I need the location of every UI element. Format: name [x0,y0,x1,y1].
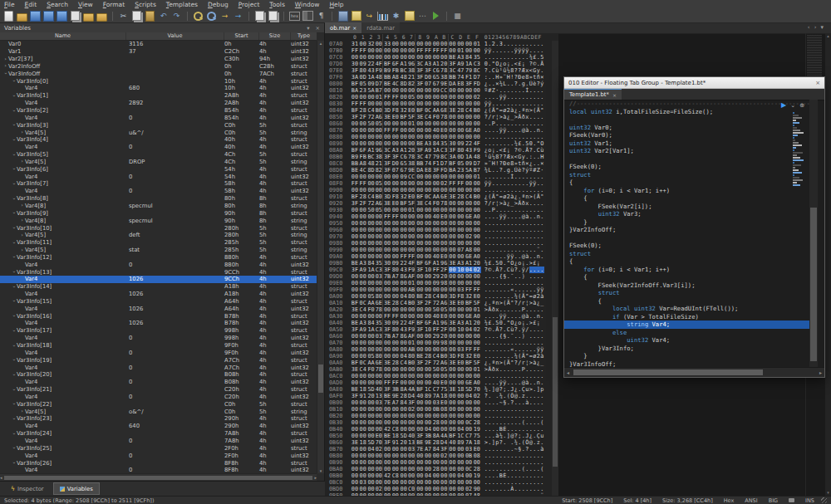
hex-byte[interactable]: 00 [416,472,424,479]
code-line[interactable] [569,155,824,164]
hex-byte[interactable]: 20 [473,320,481,326]
hex-byte[interactable]: FF [408,253,416,260]
hex-byte[interactable]: 04 [456,426,465,433]
hex-row[interactable]: 0B400000000042C800000004000000040019....… [325,426,558,433]
hex-byte[interactable]: 00 [424,87,432,94]
expander-icon[interactable]: › [11,240,17,246]
hex-byte[interactable]: 00 [391,413,400,419]
hex-byte[interactable]: 00 [424,280,432,286]
hex-byte[interactable]: 00 [351,120,359,127]
hex-byte[interactable]: 3F [440,446,449,453]
hex-byte[interactable]: 00 [367,419,376,426]
hex-byte[interactable]: 00 [400,379,408,386]
hex-byte[interactable]: A6 [440,360,449,366]
hex-byte[interactable]: 00 [416,54,424,61]
hex-row[interactable]: 07E03F8043F9B9FBBC383F3FC6783C47798C?.Cù… [325,67,558,74]
hex-byte[interactable]: 00 [416,187,424,193]
hex-byte[interactable]: 91 [391,439,400,446]
hex-byte[interactable]: 04 [400,353,408,360]
hex-byte[interactable]: 01 [456,47,465,54]
variable-row[interactable]: Var4058h4huint32 [0,188,317,195]
hex-byte[interactable]: 00 [416,87,424,94]
hex-byte[interactable]: 40 [432,379,440,386]
ascii-text[interactable]: ?/r¦>à¿_>Äðx.... [484,114,544,120]
hex-row[interactable]: 07A0310032003300000000000000000000011.2.… [325,41,558,47]
stop-icon[interactable]: ■ [452,11,463,22]
hex-byte[interactable]: 00 [391,353,400,360]
hex-byte[interactable]: 00 [383,466,391,472]
hex-byte[interactable]: 0D [359,74,367,81]
hex-byte[interactable]: 00 [432,41,440,47]
hex-byte[interactable]: 00 [465,426,473,433]
hex-byte[interactable]: 00 [416,134,424,140]
hex-byte[interactable]: 00 [351,253,359,260]
hex-row[interactable]: 0B7000000402000000037EA7843F000003E0....… [325,446,558,453]
hex-byte[interactable]: 00 [440,426,449,433]
variable-row[interactable]: Var428922A8h4huint32 [0,100,317,107]
code-vertical-scrollbar[interactable] [809,100,818,367]
hex-byte[interactable]: 05 [359,81,367,87]
hex-byte[interactable]: 00 [408,187,416,193]
hex-byte[interactable]: 00 [383,247,391,253]
hex-byte[interactable]: 18 [391,433,400,439]
hex-byte[interactable]: 00 [408,87,416,94]
tab-list-chevron-icon[interactable]: ▾ [820,24,824,31]
hex-byte[interactable]: 00 [367,227,376,233]
hex-byte[interactable]: C6 [432,67,440,74]
hex-byte[interactable]: 00 [351,446,359,453]
hex-row[interactable]: 0830FFFF0000000000000000000000000000ÿÿ..… [325,100,558,107]
hex-byte[interactable]: 5D [367,386,376,393]
hex-byte[interactable]: 3E [449,360,457,366]
hex-byte[interactable]: BF [416,260,424,267]
hex-byte[interactable]: C7 [465,433,473,439]
variable-row[interactable]: Var4040h4huint32 [0,144,317,151]
hex-byte[interactable]: 30 [383,320,391,326]
hex-byte[interactable]: 00 [465,366,473,373]
hex-byte[interactable]: 00 [408,47,416,54]
hex-row[interactable]: 0A900000058000000480BE28C4B03DF832E0....… [325,353,558,360]
hex-byte[interactable]: 05 [375,180,383,187]
variable-row[interactable]: ›Var3InfoOff0h7AChstruct [0,70,317,77]
undo-icon[interactable]: ↶ [158,11,169,22]
hex-byte[interactable]: C4 [367,107,376,114]
hex-byte[interactable]: 00 [375,233,383,240]
hex-byte[interactable]: 00 [473,280,481,286]
hex-byte[interactable]: 00 [359,459,367,466]
expander-icon[interactable]: › [11,343,17,349]
hex-byte[interactable]: 20 [440,61,449,67]
variable-row[interactable]: ›Var4[8]specmul90h8hstring [0,217,317,224]
hex-byte[interactable]: A0 [473,253,481,260]
hex-byte[interactable]: 00 [400,41,408,47]
close-icon[interactable]: × [815,80,820,86]
column-header-name[interactable]: Name [0,32,126,40]
hex-byte[interactable]: 00 [359,273,367,280]
hex-row[interactable]: 0B10000000000000000200000B0800000000....… [325,406,558,413]
jump-icon[interactable]: ↪ [364,11,375,22]
hex-byte[interactable]: 00 [408,379,416,386]
hex-byte[interactable]: BF [449,433,457,439]
variable-row[interactable]: Var408F8h4huint32 [0,467,317,473]
hex-byte[interactable]: 00 [359,140,367,147]
resize-grip[interactable] [821,497,827,503]
ascii-text[interactable]: ¿..×¾L..?.g.Úè?ý [484,81,544,87]
hex-byte[interactable]: 47 [424,154,432,160]
hex-byte[interactable]: 00 [440,486,449,492]
variable-row[interactable]: ›Var3Info[19]A7Ch4hstruct [0,356,317,364]
hex-byte[interactable]: 3F [424,67,432,74]
ascii-text[interactable]: ¾£.50."O¿o¡.>£¡ [484,320,544,326]
hex-byte[interactable]: 3F [351,114,359,120]
hex-byte[interactable]: 00 [449,366,457,373]
hex-byte[interactable]: BF [400,200,408,207]
hex-byte[interactable]: 00 [424,413,432,419]
hex-byte[interactable]: 00 [383,207,391,213]
hex-byte[interactable]: 05 [456,160,465,167]
hex-byte[interactable]: 48 [400,74,408,81]
hex-row[interactable]: 0A7000000000000000010000099800000000....… [325,340,558,346]
hex-byte[interactable]: 02 [440,180,449,187]
hex-byte[interactable]: 00 [416,426,424,433]
hex-byte[interactable]: 00 [449,213,457,220]
hex-byte[interactable]: 00 [465,333,473,340]
hex-byte[interactable]: 00 [391,446,400,453]
hex-byte[interactable]: A8 [359,160,367,167]
hex-byte[interactable]: 80 [391,267,400,273]
